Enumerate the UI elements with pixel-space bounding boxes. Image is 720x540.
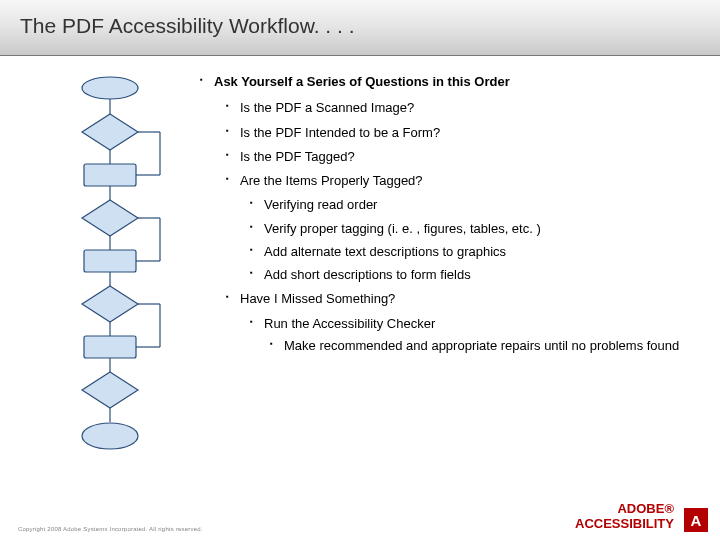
- sub-checker: Run the Accessibility Checker Make recom…: [250, 316, 702, 355]
- svg-point-0: [82, 77, 138, 99]
- brand-line2: ACCESSIBILITY: [575, 516, 674, 532]
- svg-marker-2: [82, 114, 138, 150]
- q-tagged-text: Is the PDF Tagged?: [240, 149, 355, 164]
- svg-rect-4: [84, 164, 136, 186]
- sub-checker-text: Run the Accessibility Checker: [264, 316, 435, 331]
- sub-formdesc: Add short descriptions to form fields: [250, 267, 702, 283]
- brand-text: ADOBE® ACCESSIBILITY: [575, 501, 674, 532]
- brand-block: ADOBE® ACCESSIBILITY A: [575, 501, 708, 532]
- outline-root: Ask Yourself a Series of Questions in th…: [200, 74, 702, 354]
- svg-point-16: [82, 423, 138, 449]
- svg-rect-8: [84, 250, 136, 272]
- logo-letter: A: [691, 512, 702, 529]
- q-tagged: Is the PDF Tagged?: [226, 149, 702, 165]
- flowchart-icon: [40, 74, 180, 464]
- checker-sublist: Make recommended and appropriate repairs…: [264, 338, 702, 354]
- sub-tagging: Verify proper tagging (i. e. , figures, …: [250, 221, 702, 237]
- svg-marker-6: [82, 200, 138, 236]
- svg-rect-12: [84, 336, 136, 358]
- heading-item: Ask Yourself a Series of Questions in th…: [200, 74, 702, 354]
- sub-readorder: Verifying read order: [250, 197, 702, 213]
- flowchart-column: [40, 74, 200, 486]
- proper-sublist: Verifying read order Verify proper taggi…: [240, 197, 702, 283]
- svg-marker-14: [82, 372, 138, 408]
- sub-readorder-text: Verifying read order: [264, 197, 377, 212]
- copyright-text: Copyright 2008 Adobe Systems Incorporate…: [18, 526, 203, 532]
- q-missed-text: Have I Missed Something?: [240, 291, 395, 306]
- sub-repairs: Make recommended and appropriate repairs…: [270, 338, 702, 354]
- svg-marker-10: [82, 286, 138, 322]
- q-missed: Have I Missed Something? Run the Accessi…: [226, 291, 702, 354]
- slide: The PDF Accessibility Workflow. . . .: [0, 0, 720, 540]
- adobe-logo-icon: A: [684, 508, 708, 532]
- sub-alttext: Add alternate text descriptions to graph…: [250, 244, 702, 260]
- q-proper: Are the Items Properly Tagged? Verifying…: [226, 173, 702, 283]
- heading-text: Ask Yourself a Series of Questions in th…: [214, 74, 510, 89]
- question-list: Is the PDF a Scanned Image? Is the PDF I…: [214, 100, 702, 354]
- slide-title: The PDF Accessibility Workflow. . . .: [20, 14, 700, 38]
- missed-sublist: Run the Accessibility Checker Make recom…: [240, 316, 702, 355]
- title-bar: The PDF Accessibility Workflow. . . .: [0, 0, 720, 56]
- text-column: Ask Yourself a Series of Questions in th…: [200, 74, 702, 486]
- content-area: Ask Yourself a Series of Questions in th…: [0, 56, 720, 486]
- footer: Copyright 2008 Adobe Systems Incorporate…: [0, 490, 720, 540]
- q-form-text: Is the PDF Intended to be a Form?: [240, 125, 440, 140]
- q-scanned: Is the PDF a Scanned Image?: [226, 100, 702, 116]
- brand-line1: ADOBE®: [575, 501, 674, 517]
- q-scanned-text: Is the PDF a Scanned Image?: [240, 100, 414, 115]
- sub-alttext-text: Add alternate text descriptions to graph…: [264, 244, 506, 259]
- sub-tagging-text: Verify proper tagging (i. e. , figures, …: [264, 221, 541, 236]
- q-proper-text: Are the Items Properly Tagged?: [240, 173, 423, 188]
- sub-formdesc-text: Add short descriptions to form fields: [264, 267, 471, 282]
- q-form: Is the PDF Intended to be a Form?: [226, 125, 702, 141]
- sub-repairs-text: Make recommended and appropriate repairs…: [284, 338, 679, 353]
